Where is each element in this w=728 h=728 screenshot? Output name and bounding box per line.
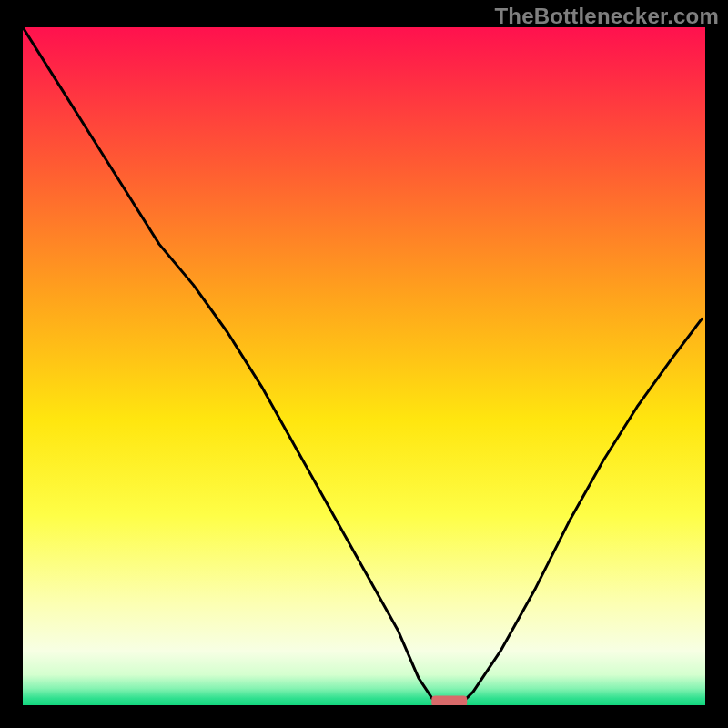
attribution-label: TheBottlenecker.com	[494, 4, 719, 29]
gradient-background	[23, 27, 705, 705]
chart-svg	[23, 27, 705, 705]
plot-canvas	[23, 27, 705, 705]
optimal-marker	[431, 696, 467, 705]
chart-frame: TheBottlenecker.com	[0, 0, 728, 728]
